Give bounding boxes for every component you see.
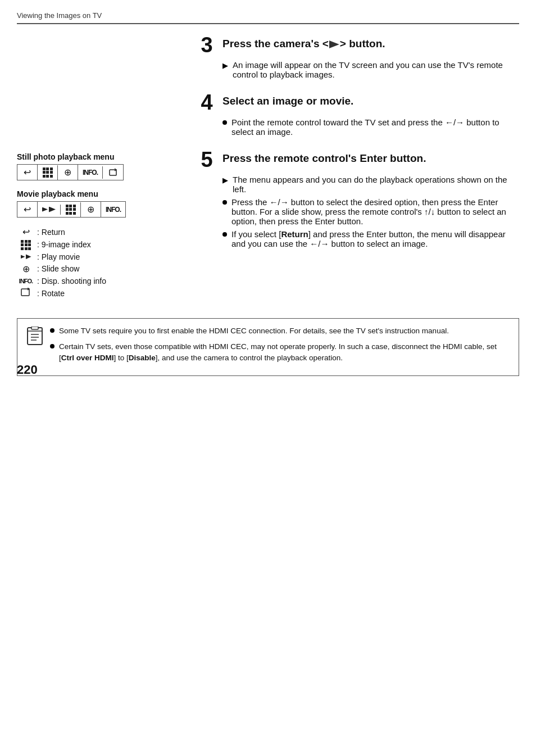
step-3-text-1: An image will appear on the TV screen an… xyxy=(233,60,519,79)
legend-return: ↩ : Return xyxy=(17,227,191,237)
movie-menu-label: Movie playback menu xyxy=(17,189,191,198)
step-5-bullet-1: ▶ The menu appears and you can do the pl… xyxy=(222,175,519,194)
step-3-block: 3 Press the camera's <> button. ▶ An ima… xyxy=(197,34,519,79)
step-5-block: 5 Press the remote control's Enter butto… xyxy=(197,149,519,248)
legend-info-text: : Disp. shooting info xyxy=(37,277,106,286)
note-dot-1 xyxy=(50,328,54,333)
legend-9image: : 9-image index xyxy=(17,239,191,250)
step-3-title: Press the camera's <> button. xyxy=(222,34,385,50)
step-3-body: ▶ An image will appear on the TV screen … xyxy=(197,60,519,79)
note-box: Some TV sets require you to first enable… xyxy=(17,318,519,376)
step-4-body: Point the remote control toward the TV s… xyxy=(197,117,519,137)
page-number: 220 xyxy=(17,363,38,377)
legend-9image-text: : 9-image index xyxy=(37,240,91,249)
step-5-header: 5 Press the remote control's Enter butto… xyxy=(197,149,519,170)
note-text-1: Some TV sets require you to first enable… xyxy=(59,325,449,337)
legend-playmovie-text: : Play movie xyxy=(37,252,80,261)
step-3-header: 3 Press the camera's <> button. xyxy=(197,34,519,56)
right-column: 3 Press the camera's <> button. ▶ An ima… xyxy=(191,34,519,301)
step-3-bullet-1: ▶ An image will appear on the TV screen … xyxy=(222,60,519,79)
still-photo-menu-section: Still photo playback menu ↩ ⊕ INFO. xyxy=(17,152,191,180)
return-icon: ↩ xyxy=(17,227,35,237)
arrow-icon-2: ▶ xyxy=(222,176,228,184)
step-4-bullet-1: Point the remote control toward the TV s… xyxy=(222,117,519,137)
step-3-number: 3 xyxy=(197,34,217,56)
menu-9image-icon xyxy=(38,165,58,180)
step-5-bullet-3: If you select [Return] and press the Ent… xyxy=(222,229,519,248)
movie-menu-info-icon: INFO. xyxy=(101,203,125,216)
svg-rect-4 xyxy=(31,327,38,329)
menu-slideshow-icon: ⊕ xyxy=(58,165,78,180)
legend-slideshow-text: : Slide show xyxy=(37,264,79,273)
step-4-text-1: Point the remote control toward the TV s… xyxy=(231,117,519,137)
dot-icon xyxy=(222,120,227,125)
playmovie-icon xyxy=(17,254,35,259)
info-icon: INFO. xyxy=(17,278,35,284)
step-5-number: 5 xyxy=(197,149,217,170)
9image-icon xyxy=(17,239,35,250)
note-content: Some TV sets require you to first enable… xyxy=(50,325,510,369)
legend-rotate: : Rotate xyxy=(17,288,191,299)
step-5-text-3: If you select [Return] and press the Ent… xyxy=(231,229,519,248)
icon-legend: ↩ : Return : 9-image index xyxy=(17,227,191,299)
step-5-text-1: The menu appears and you can do the play… xyxy=(233,175,519,194)
slideshow-icon: ⊕ xyxy=(17,264,35,274)
note-text-2: Certain TV sets, even those compatible w… xyxy=(59,341,510,364)
step-5-body: ▶ The menu appears and you can do the pl… xyxy=(197,175,519,248)
legend-playmovie: : Play movie xyxy=(17,252,191,261)
step-5-title: Press the remote control's Enter button. xyxy=(222,149,426,165)
movie-menu-bar: ↩ ⊕ INFO. xyxy=(17,201,126,218)
step-4-header: 4 Select an image or movie. xyxy=(197,92,519,113)
svg-rect-2 xyxy=(28,328,42,345)
note-dot-2 xyxy=(50,344,54,348)
arrow-icon: ▶ xyxy=(222,61,228,70)
movie-menu-9image-icon xyxy=(61,202,81,217)
step-4-block: 4 Select an image or movie. Point the re… xyxy=(197,92,519,137)
step-4-number: 4 xyxy=(197,92,217,113)
note-bullet-2: Certain TV sets, even those compatible w… xyxy=(50,341,510,364)
legend-info: INFO. : Disp. shooting info xyxy=(17,277,191,286)
legend-rotate-text: : Rotate xyxy=(37,289,65,298)
legend-slideshow: ⊕ : Slide show xyxy=(17,264,191,274)
movie-menu-return-icon: ↩ xyxy=(17,202,38,217)
movie-menu-section: Movie playback menu ↩ xyxy=(17,189,191,218)
left-column: Still photo playback menu ↩ ⊕ INFO. xyxy=(17,34,191,301)
note-icon xyxy=(26,327,43,349)
step-5-bullet-2: Press the ←/→ button to select the desir… xyxy=(222,197,519,226)
step-4-title: Select an image or movie. xyxy=(222,92,353,107)
menu-rotate-icon xyxy=(103,166,123,179)
dot-icon-2 xyxy=(222,200,227,205)
step-5-text-2: Press the ←/→ button to select the desir… xyxy=(231,197,519,226)
legend-return-text: : Return xyxy=(37,228,65,237)
movie-menu-play-icon xyxy=(38,205,61,215)
movie-menu-slideshow-icon: ⊕ xyxy=(81,202,101,217)
menu-return-icon: ↩ xyxy=(17,165,38,180)
still-photo-menu-label: Still photo playback menu xyxy=(17,152,191,161)
breadcrumb: Viewing the Images on TV xyxy=(17,11,519,20)
dot-icon-3 xyxy=(222,232,227,237)
rotate-icon xyxy=(17,288,35,299)
still-photo-menu-bar: ↩ ⊕ INFO. xyxy=(17,164,124,180)
note-bullet-1: Some TV sets require you to first enable… xyxy=(50,325,510,337)
top-divider xyxy=(17,23,519,24)
menu-info-icon: INFO. xyxy=(78,166,103,179)
